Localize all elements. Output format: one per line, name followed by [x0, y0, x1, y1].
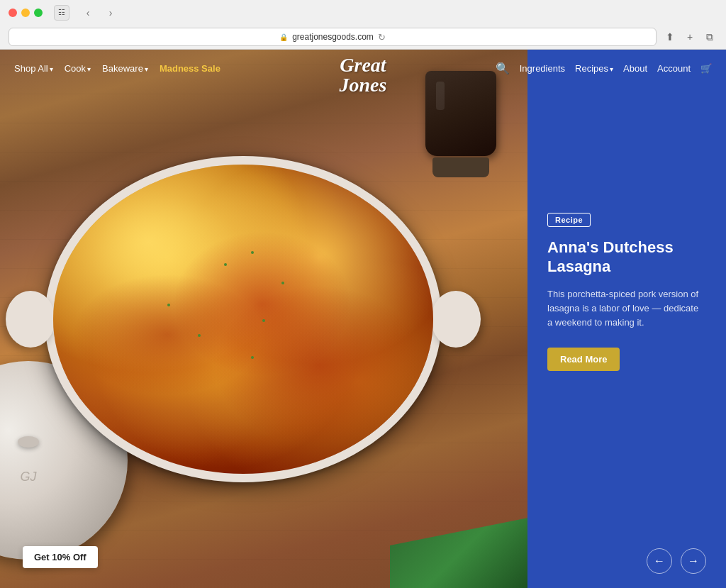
site-logo[interactable]: Great Jones — [340, 55, 387, 95]
title-bar: ☷ ‹ › — [0, 0, 726, 25]
right-panel: Recipe Anna's Dutchess Lasagna This porc… — [527, 50, 726, 588]
cart-icon[interactable]: 🛒 — [700, 63, 712, 74]
nav-shop-all[interactable]: Shop All▾ — [14, 63, 53, 74]
logo-text: Great Jones — [340, 55, 387, 95]
minimize-button[interactable] — [21, 9, 30, 17]
traffic-lights — [9, 9, 43, 17]
read-more-button[interactable]: Read More — [547, 348, 620, 371]
dish-inner — [53, 165, 433, 474]
website: Shop All▾ Cook▾ Bakeware▾ Madness Sale G… — [0, 50, 726, 588]
new-tab-icon[interactable]: + — [682, 29, 698, 45]
url-text: greatjonesgoods.com — [292, 32, 374, 42]
nav-madness-sale[interactable]: Madness Sale — [160, 63, 220, 74]
nav-left: Shop All▾ Cook▾ Bakeware▾ Madness Sale — [14, 63, 363, 74]
next-slide-button[interactable]: → — [681, 548, 706, 574]
nav-ingredients[interactable]: Ingredients — [520, 63, 565, 74]
lasagna-dish — [16, 113, 470, 525]
maximize-button[interactable] — [34, 9, 43, 17]
nav-account[interactable]: Account — [657, 63, 691, 74]
cup-base — [432, 157, 489, 177]
recipe-title: Anna's Dutchess Lasagna — [547, 238, 706, 276]
search-icon[interactable]: 🔍 — [496, 62, 510, 75]
refresh-icon[interactable]: ↻ — [378, 32, 386, 43]
panel-content: Recipe Anna's Dutchess Lasagna This porc… — [527, 50, 726, 534]
dish-handle-left — [6, 291, 55, 348]
recipe-description: This porchetta-spiced pork version of la… — [547, 287, 706, 330]
dish-handle-right — [431, 291, 481, 348]
forward-button[interactable]: › — [101, 3, 121, 23]
tabs-icon[interactable]: ⧉ — [702, 29, 717, 45]
nav-recipes[interactable]: Recipes▾ — [575, 63, 613, 74]
discount-pill[interactable]: Get 10% Off — [23, 546, 98, 568]
panel-footer: ← → — [527, 534, 726, 588]
dish-outer — [45, 156, 442, 482]
nav-bakeware[interactable]: Bakeware▾ — [102, 63, 148, 74]
browser-chrome: ☷ ‹ › 🔒 greatjonesgoods.com ↻ ⬆ + ⧉ — [0, 0, 726, 50]
lock-icon: 🔒 — [279, 33, 288, 41]
hero-image: GJ — [0, 50, 532, 588]
address-bar[interactable]: 🔒 greatjonesgoods.com ↻ — [9, 28, 657, 46]
address-bar-row: 🔒 greatjonesgoods.com ↻ ⬆ + ⧉ — [0, 25, 726, 49]
sidebar-toggle[interactable]: ☷ — [54, 5, 69, 21]
window-controls: ☷ — [54, 5, 69, 21]
close-button[interactable] — [9, 9, 17, 17]
browser-action-icons: ⬆ + ⧉ — [662, 29, 717, 45]
nav-cook[interactable]: Cook▾ — [65, 63, 91, 74]
share-icon[interactable]: ⬆ — [662, 29, 678, 45]
back-button[interactable]: ‹ — [78, 3, 98, 23]
nav-right: 🔍 Ingredients Recipes▾ About Account 🛒 — [363, 62, 712, 75]
herb-dots — [53, 165, 433, 474]
main-nav: Shop All▾ Cook▾ Bakeware▾ Madness Sale G… — [0, 50, 726, 87]
recipe-badge: Recipe — [547, 213, 591, 227]
nav-about[interactable]: About — [623, 63, 647, 74]
prev-slide-button[interactable]: ← — [647, 548, 672, 574]
nav-buttons: ‹ › — [78, 3, 121, 23]
